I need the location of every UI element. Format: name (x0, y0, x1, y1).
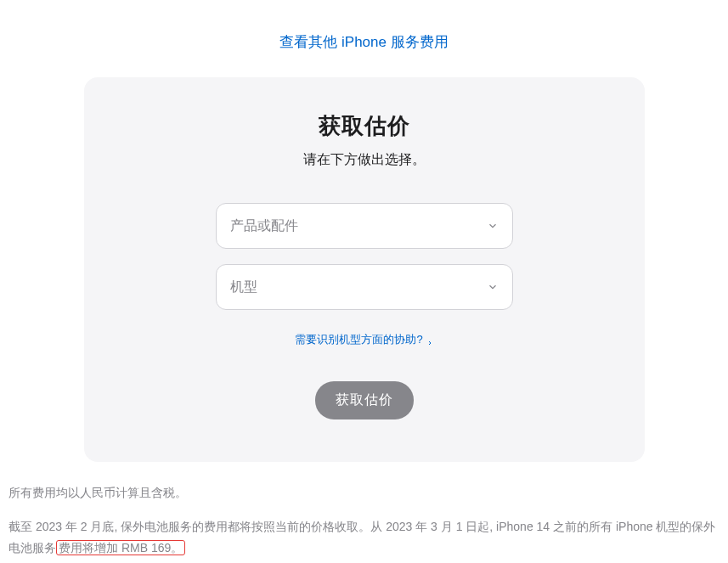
estimate-card: 获取估价 请在下方做出选择。 产品或配件 机型 (84, 77, 645, 462)
get-estimate-button[interactable]: 获取估价 (315, 381, 414, 419)
product-select[interactable]: 产品或配件 (216, 203, 513, 249)
footer-text: 所有费用均以人民币计算且含税。 截至 2023 年 2 月底, 保外电池服务的费… (0, 462, 728, 559)
footer-price-notice: 截至 2023 年 2 月底, 保外电池服务的费用都将按照当前的价格收取。从 2… (8, 516, 720, 559)
footer-tax-note: 所有费用均以人民币计算且含税。 (8, 486, 720, 501)
footer-notice-highlight: 费用将增加 RMB 169。 (56, 540, 185, 555)
chevron-right-icon (426, 336, 433, 343)
chevron-down-icon (487, 220, 499, 232)
product-select-placeholder: 产品或配件 (230, 217, 298, 235)
model-select-placeholder: 机型 (230, 279, 257, 296)
model-select[interactable]: 机型 (216, 264, 513, 310)
card-subtitle: 请在下方做出选择。 (303, 151, 426, 169)
chevron-down-icon (487, 281, 499, 293)
card-title: 获取估价 (319, 111, 410, 141)
product-select-wrapper: 产品或配件 (216, 203, 513, 249)
help-link-text: 需要识别机型方面的协助? (295, 332, 422, 347)
other-iphone-services-link[interactable]: 查看其他 iPhone 服务费用 (279, 32, 448, 52)
model-select-wrapper: 机型 (216, 264, 513, 310)
identify-model-help-link[interactable]: 需要识别机型方面的协助? (295, 332, 432, 347)
